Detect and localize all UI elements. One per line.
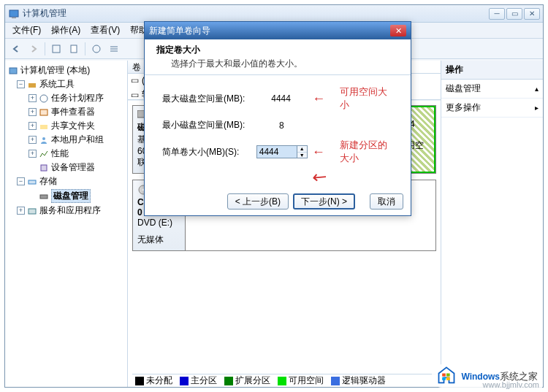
drive-icon: ▭ (131, 75, 139, 85)
svg-point-10 (42, 137, 45, 140)
svg-rect-5 (9, 68, 17, 74)
svg-rect-14 (28, 209, 36, 214)
volume-size-label: 简单卷大小(MB)(S): (162, 146, 256, 158)
forward-icon[interactable] (27, 42, 40, 55)
windows-logo-icon (436, 366, 457, 386)
legend-free-icon (278, 377, 286, 385)
svg-rect-12 (28, 180, 36, 184)
menu-action[interactable]: 操作(A) (47, 23, 85, 38)
svg-rect-2 (53, 45, 60, 53)
legend-extended-icon (224, 377, 233, 385)
svg-rect-1 (12, 18, 16, 18)
list-icon[interactable] (107, 42, 121, 55)
app-icon (8, 8, 20, 20)
wizard-titlebar[interactable]: 新建简单卷向导 ✕ (145, 22, 411, 39)
wizard-next-button[interactable]: 下一步(N) > (293, 193, 355, 210)
actions-header: 操作 (441, 61, 543, 80)
svg-rect-8 (40, 109, 47, 115)
main-titlebar: 计算机管理 ─ ▭ ✕ (5, 5, 543, 23)
menu-view[interactable]: 查看(V) (86, 23, 124, 38)
min-space-value: 8 (279, 120, 323, 131)
nav-tree: 计算机管理 (本地) −系统工具 +任务计划程序 +事件查看器 +共享文件夹 +… (5, 61, 128, 387)
wizard-dialog: 新建简单卷向导 ✕ 指定卷大小 选择介于最大和最小值的卷大小。 最大磁盘空间量(… (144, 21, 411, 216)
main-title: 计算机管理 (23, 7, 489, 20)
svg-point-7 (40, 95, 47, 102)
tree-services-apps[interactable]: +服务和应用程序 (15, 204, 126, 218)
tree-storage[interactable]: −存储 (15, 174, 126, 188)
expand-icon[interactable]: + (28, 94, 37, 102)
svg-rect-11 (41, 165, 47, 171)
svg-rect-19 (446, 374, 450, 377)
max-space-value: 4444 (271, 93, 312, 104)
refresh-icon[interactable] (67, 42, 80, 55)
collapse-icon[interactable]: − (17, 177, 25, 185)
legend: 未分配 主分区 扩展分区 可用空间 逻辑驱动器 (132, 374, 436, 387)
watermark-url: www.bjjmlv.com (483, 380, 539, 389)
help-icon[interactable] (90, 42, 103, 55)
min-space-label: 最小磁盘空间量(MB): (162, 119, 279, 131)
wizard-back-button[interactable]: < 上一步(B) (227, 193, 289, 210)
wizard-header: 指定卷大小 选择介于最大和最小值的卷大小。 (145, 39, 411, 75)
tree-task-scheduler[interactable]: +任务计划程序 (27, 91, 126, 105)
svg-rect-3 (71, 45, 77, 53)
chevron-up-icon: ▴ (535, 85, 539, 93)
svg-rect-21 (446, 377, 450, 380)
maximize-button[interactable]: ▭ (506, 8, 522, 20)
tree-event-viewer[interactable]: +事件查看器 (27, 105, 126, 119)
legend-primary-icon (180, 377, 189, 385)
svg-point-4 (93, 45, 100, 53)
expand-icon[interactable]: + (17, 207, 25, 215)
wizard-cancel-button[interactable]: 取消 (370, 193, 403, 210)
svg-rect-20 (443, 377, 446, 380)
volume-size-spinner[interactable]: ▲▼ (256, 145, 308, 158)
collapse-icon[interactable]: − (17, 80, 25, 88)
wizard-close-button[interactable]: ✕ (390, 25, 406, 36)
svg-rect-18 (443, 374, 446, 377)
legend-logical-icon (331, 377, 340, 385)
tree-device-manager[interactable]: 设备管理器 (27, 161, 126, 174)
menu-file[interactable]: 文件(F) (8, 23, 45, 38)
tree-performance[interactable]: +性能 (27, 147, 126, 161)
drive-icon: ▭ (131, 90, 139, 100)
expand-icon[interactable]: + (28, 122, 37, 130)
tree-disk-management[interactable]: 磁盘管理 (27, 188, 126, 204)
legend-unalloc-icon (135, 377, 144, 385)
tree-shared-folders[interactable]: +共享文件夹 (27, 119, 126, 133)
expand-icon[interactable]: + (28, 108, 37, 116)
annotation-newsize: 新建分区的大小 (340, 139, 393, 165)
tree-root[interactable]: 计算机管理 (本地) (7, 64, 126, 77)
tree-system-tools[interactable]: −系统工具 (15, 77, 126, 91)
svg-rect-13 (40, 195, 47, 199)
volume-size-input[interactable] (256, 145, 297, 158)
minimize-button[interactable]: ─ (489, 8, 505, 20)
chevron-right-icon: ▸ (535, 104, 539, 112)
tree-local-users[interactable]: +本地用户和组 (27, 133, 126, 147)
expand-icon[interactable]: + (28, 150, 37, 158)
properties-icon[interactable] (50, 42, 63, 55)
max-space-label: 最大磁盘空间量(MB): (162, 93, 271, 105)
svg-rect-0 (9, 10, 18, 17)
arrow-annotation-icon: ← (312, 91, 325, 107)
actions-section[interactable]: 磁盘管理▴ (441, 80, 543, 99)
annotation-available: 可用空间大小 (340, 85, 393, 112)
expand-icon[interactable]: + (28, 136, 37, 144)
arrow-annotation-icon: ← (312, 145, 325, 160)
actions-pane: 操作 磁盘管理▴ 更多操作▸ (441, 61, 543, 387)
spin-down-icon[interactable]: ▼ (297, 153, 307, 158)
spin-up-icon[interactable]: ▲ (297, 146, 307, 153)
actions-more[interactable]: 更多操作▸ (441, 99, 543, 118)
close-button[interactable]: ✕ (524, 8, 540, 20)
svg-rect-9 (40, 125, 47, 129)
svg-rect-6 (28, 83, 36, 88)
back-icon[interactable] (9, 42, 23, 55)
